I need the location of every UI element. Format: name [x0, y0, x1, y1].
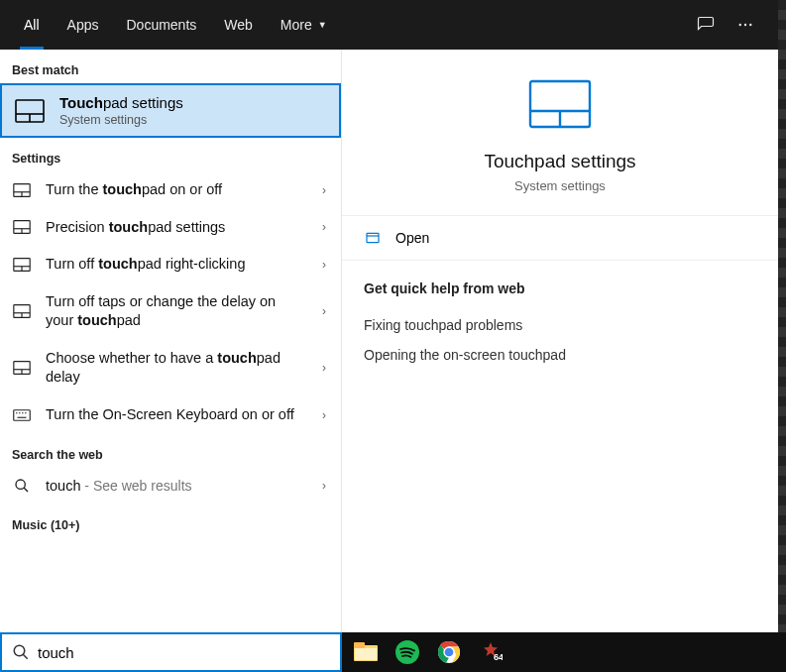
section-settings: Settings	[0, 138, 341, 171]
preview-actions: Open	[342, 216, 778, 261]
svg-rect-37	[354, 642, 365, 648]
preview-column: Touchpad settings System settings Open G…	[342, 50, 778, 634]
svg-rect-21	[14, 409, 31, 420]
help-section: Get quick help from web Fixing touchpad …	[342, 261, 778, 390]
section-music: Music (10+)	[0, 504, 341, 538]
touchpad-icon	[12, 361, 32, 375]
chevron-right-icon: ›	[315, 304, 333, 318]
settings-result[interactable]: Turn off touchpad right-clicking›	[0, 246, 341, 283]
open-icon	[364, 230, 382, 246]
section-search-web: Search the web	[0, 434, 341, 468]
chevron-right-icon: ›	[315, 408, 333, 422]
app-icon[interactable]: 64	[477, 638, 505, 666]
best-match-result[interactable]: Touchpad settings System settings	[0, 83, 341, 138]
settings-result-text: Precision touchpad settings	[46, 218, 301, 238]
tab-apps[interactable]: Apps	[54, 0, 113, 50]
search-box[interactable]	[0, 632, 342, 672]
settings-result-text: Choose whether to have a touchpad delay	[46, 349, 301, 388]
touchpad-icon	[12, 220, 32, 234]
more-options-icon[interactable]	[730, 10, 760, 40]
preview-subtitle: System settings	[514, 178, 606, 193]
settings-result-text: Turn the touchpad on or off	[46, 180, 301, 200]
svg-rect-32	[367, 233, 379, 242]
results-column: Best match Touchpad settings System sett…	[0, 50, 342, 634]
file-explorer-icon[interactable]	[352, 638, 380, 666]
open-label: Open	[395, 230, 429, 246]
touchpad-icon	[12, 258, 32, 272]
svg-point-2	[749, 24, 751, 26]
help-header: Get quick help from web	[364, 280, 756, 296]
open-action[interactable]: Open	[342, 216, 778, 260]
chrome-icon[interactable]	[435, 638, 463, 666]
svg-point-27	[16, 480, 25, 489]
touchpad-icon-large	[528, 79, 592, 129]
tab-all[interactable]: All	[10, 0, 54, 50]
search-icon	[12, 643, 30, 661]
web-result[interactable]: touch - See web results ›	[0, 468, 341, 505]
chevron-right-icon: ›	[315, 220, 333, 234]
settings-result[interactable]: Turn the On-Screen Keyboard on or off›	[0, 396, 341, 434]
svg-point-34	[14, 645, 25, 656]
settings-result[interactable]: Turn off taps or change the delay on you…	[0, 283, 341, 340]
settings-result-text: Turn the On-Screen Keyboard on or off	[46, 405, 301, 425]
chevron-down-icon: ▼	[318, 20, 327, 30]
svg-point-1	[744, 24, 746, 26]
chevron-right-icon: ›	[315, 183, 333, 197]
section-best-match: Best match	[0, 50, 341, 83]
tab-web[interactable]: Web	[210, 0, 267, 50]
search-panel: All Apps Documents Web More ▼ Best match	[0, 0, 778, 634]
chevron-right-icon: ›	[315, 479, 333, 493]
feedback-icon[interactable]	[691, 10, 721, 40]
touchpad-icon	[12, 304, 32, 318]
tab-more[interactable]: More ▼	[267, 0, 341, 50]
touchpad-icon	[12, 183, 32, 197]
search-input[interactable]	[38, 644, 330, 661]
search-tabs: All Apps Documents Web More ▼	[0, 0, 778, 50]
best-match-subtitle: System settings	[59, 113, 183, 127]
background-strip	[778, 0, 786, 634]
settings-result[interactable]: Choose whether to have a touchpad delay›	[0, 340, 341, 396]
settings-result[interactable]: Precision touchpad settings›	[0, 209, 341, 247]
chevron-right-icon: ›	[315, 258, 333, 272]
chevron-right-icon: ›	[315, 361, 333, 375]
svg-text:64: 64	[494, 652, 503, 662]
settings-result[interactable]: Turn the touchpad on or off›	[0, 171, 341, 209]
settings-result-text: Turn off taps or change the delay on you…	[46, 292, 301, 331]
svg-line-35	[23, 654, 28, 659]
settings-result-text: Turn off touchpad right-clicking	[46, 255, 301, 275]
preview-header: Touchpad settings System settings	[342, 50, 778, 216]
tab-more-label: More	[281, 17, 312, 33]
web-result-text: touch - See web results	[46, 477, 301, 497]
tab-documents[interactable]: Documents	[112, 0, 210, 50]
touchpad-icon	[14, 95, 46, 127]
spotify-icon[interactable]	[393, 638, 421, 666]
taskbar: 64	[342, 632, 786, 672]
svg-line-28	[24, 488, 28, 492]
search-icon	[12, 478, 32, 494]
help-link[interactable]: Fixing touchpad problems	[364, 310, 756, 340]
help-link[interactable]: Opening the on-screen touchpad	[364, 340, 756, 370]
keyboard-icon	[12, 409, 32, 421]
svg-point-0	[739, 24, 741, 26]
best-match-title: Touchpad settings	[59, 94, 183, 111]
preview-title: Touchpad settings	[484, 151, 635, 172]
svg-rect-38	[355, 648, 377, 660]
